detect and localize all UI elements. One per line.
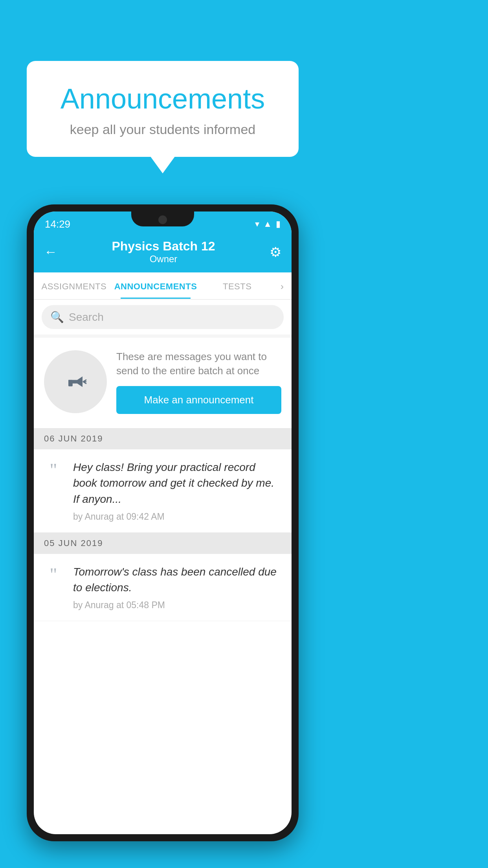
phone-inner: 14:29 ▾ ▲ ▮ ← Physics Batch 12 Owner ⚙ A…: [34, 211, 292, 834]
status-icons: ▾ ▲ ▮: [255, 219, 281, 229]
promo-card: These are messages you want to send to t…: [34, 338, 292, 428]
settings-button[interactable]: ⚙: [270, 244, 281, 260]
svg-rect-0: [68, 380, 73, 386]
status-time: 14:29: [45, 218, 70, 230]
app-header: ← Physics Batch 12 Owner ⚙: [34, 234, 292, 272]
announcement-text-2: Tomorrow's class has been cancelled due …: [73, 564, 281, 596]
content-area: 🔍 Search These are messages you want to …: [34, 300, 292, 621]
tab-more[interactable]: ›: [275, 272, 289, 299]
wifi-icon: ▾: [255, 219, 259, 229]
date-divider-2: 05 JUN 2019: [34, 533, 292, 554]
header-subtitle: Owner: [112, 254, 215, 265]
tabs-bar: ASSIGNMENTS ANNOUNCEMENTS TESTS ›: [34, 272, 292, 300]
phone-frame: 14:29 ▾ ▲ ▮ ← Physics Batch 12 Owner ⚙ A…: [27, 204, 299, 841]
megaphone-icon: [58, 364, 93, 399]
signal-icon: ▲: [263, 219, 272, 229]
back-button[interactable]: ←: [44, 244, 57, 259]
search-placeholder: Search: [69, 311, 104, 324]
speech-bubble-subtitle: keep all your students informed: [50, 122, 275, 137]
announcement-item-1[interactable]: " Hey class! Bring your practical record…: [34, 449, 292, 533]
promo-icon-circle: [44, 350, 107, 413]
header-title-area: Physics Batch 12 Owner: [112, 239, 215, 265]
battery-icon: ▮: [276, 219, 281, 229]
search-bar[interactable]: 🔍 Search: [42, 305, 284, 329]
quote-icon-1: ": [42, 461, 65, 479]
phone-notch: [131, 211, 194, 226]
date-divider-1: 06 JUN 2019: [34, 428, 292, 449]
phone-camera: [158, 215, 167, 224]
promo-right: These are messages you want to send to t…: [116, 349, 281, 414]
speech-bubble-title: Announcements: [50, 83, 275, 115]
tab-announcements[interactable]: ANNOUNCEMENTS: [112, 273, 200, 299]
tab-assignments[interactable]: ASSIGNMENTS: [36, 273, 112, 299]
make-announcement-button[interactable]: Make an announcement: [116, 386, 281, 414]
quote-icon-2: ": [42, 566, 65, 584]
announcement-meta-1: by Anurag at 09:42 AM: [73, 511, 281, 522]
speech-bubble-container: Announcements keep all your students inf…: [27, 61, 299, 157]
announcement-meta-2: by Anurag at 05:48 PM: [73, 600, 281, 611]
search-container: 🔍 Search: [34, 300, 292, 335]
speech-bubble: Announcements keep all your students inf…: [27, 61, 299, 157]
announcement-item-2[interactable]: " Tomorrow's class has been cancelled du…: [34, 554, 292, 621]
tab-tests[interactable]: TESTS: [199, 273, 275, 299]
announcement-text-area-2: Tomorrow's class has been cancelled due …: [73, 564, 281, 611]
announcement-text-1: Hey class! Bring your practical record b…: [73, 460, 281, 508]
promo-description: These are messages you want to send to t…: [116, 349, 281, 378]
announcement-text-area-1: Hey class! Bring your practical record b…: [73, 460, 281, 522]
header-title: Physics Batch 12: [112, 239, 215, 254]
search-icon: 🔍: [50, 311, 64, 324]
